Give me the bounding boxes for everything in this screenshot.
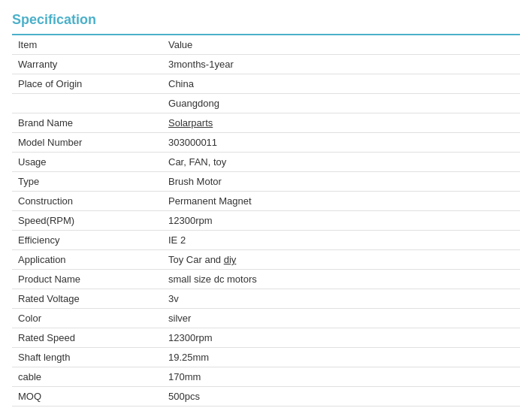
table-row: Place of OriginChina	[12, 74, 520, 94]
cell-value: 170mm	[162, 367, 520, 387]
cell-item: Model Number	[12, 133, 162, 153]
table-row: ApplicationToy Car and diy	[12, 250, 520, 270]
cell-value: IE 2	[162, 231, 520, 250]
table-row: Product Namesmall size dc motors	[12, 270, 520, 289]
cell-value: 500pcs	[162, 387, 520, 406]
table-row: UsageCar, FAN, toy	[12, 153, 520, 172]
table-row: TypeBrush Motor	[12, 172, 520, 192]
table-row: Rated Speed12300rpm	[12, 328, 520, 348]
cell-value: Toy Car and diy	[162, 250, 520, 270]
cell-value: Car, FAN, toy	[162, 153, 520, 172]
cell-value: small size dc motors	[162, 270, 520, 289]
cell-value: Brush Motor	[162, 172, 520, 192]
cell-item: MOQ	[12, 387, 162, 406]
table-row: Brand NameSolarparts	[12, 113, 520, 133]
table-row: Warranty3months-1year	[12, 55, 520, 74]
cell-item: Usage	[12, 153, 162, 172]
table-row: ConstructionPermanent Magnet	[12, 192, 520, 211]
table-row: Speed(RPM)12300rpm	[12, 211, 520, 231]
cell-item: Rated Speed	[12, 328, 162, 348]
cell-value: silver	[162, 309, 520, 328]
table-header-row: Item Value	[12, 35, 520, 55]
cell-item: Speed(RPM)	[12, 211, 162, 231]
cell-value: China	[162, 74, 520, 94]
cell-item: cable	[12, 367, 162, 387]
cell-value: Solarparts	[162, 113, 520, 133]
table-row: cable170mm	[12, 367, 520, 387]
table-row: Shaft length19.25mm	[12, 348, 520, 367]
cell-item: Construction	[12, 192, 162, 211]
cell-item: Efficiency	[12, 231, 162, 250]
table-row: MOQ500pcs	[12, 387, 520, 406]
cell-item: Color	[12, 309, 162, 328]
cell-value: 303000011	[162, 133, 520, 153]
header-value: Value	[162, 35, 520, 55]
cell-value: 3v	[162, 289, 520, 309]
table-row: Guangdong	[12, 94, 520, 113]
cell-value: 12300rpm	[162, 211, 520, 231]
cell-item: Product Name	[12, 270, 162, 289]
header-item: Item	[12, 35, 162, 55]
cell-value: 19.25mm	[162, 348, 520, 367]
cell-item: Warranty	[12, 55, 162, 74]
specification-table: Item Value Warranty3months-1yearPlace of…	[12, 34, 520, 408]
table-row: Model Number303000011	[12, 133, 520, 153]
cell-item: Place of Origin	[12, 74, 162, 94]
table-row: EfficiencyIE 2	[12, 231, 520, 250]
cell-value: 12300rpm	[162, 328, 520, 348]
cell-value: Guangdong	[162, 94, 520, 113]
table-row: Colorsilver	[12, 309, 520, 328]
cell-item: Application	[12, 250, 162, 270]
cell-item: Shaft length	[12, 348, 162, 367]
table-row: Rated Voltage3v	[12, 289, 520, 309]
cell-item: Rated Voltage	[12, 289, 162, 309]
page-title: Specification	[12, 12, 520, 28]
cell-item: Type	[12, 172, 162, 192]
cell-value: 3months-1year	[162, 55, 520, 74]
cell-value: Permanent Magnet	[162, 192, 520, 211]
cell-item	[12, 94, 162, 113]
cell-item: Brand Name	[12, 113, 162, 133]
